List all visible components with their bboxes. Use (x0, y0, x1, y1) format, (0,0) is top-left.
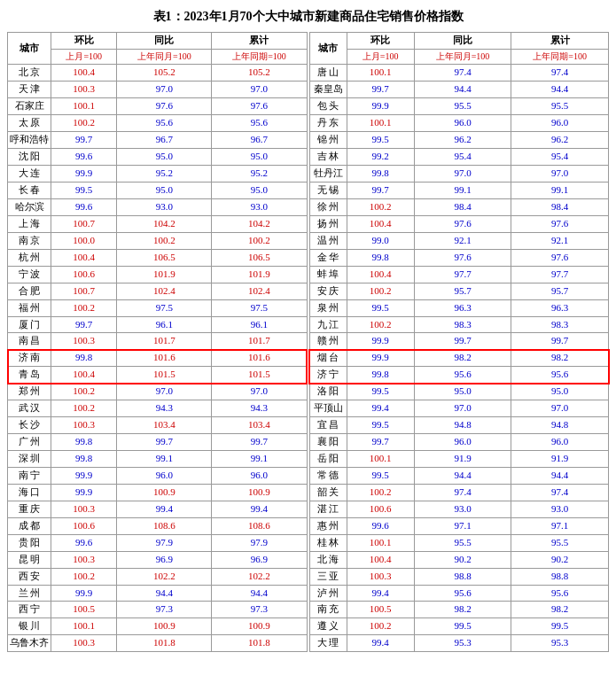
table-row: 广 州99.899.799.7 (8, 434, 308, 451)
tong-bi-value: 96.7 (117, 132, 212, 149)
huan-bi-value: 100.6 (347, 501, 414, 517)
city-name: 兰 州 (8, 585, 51, 602)
tong-bi-value: 95.5 (414, 98, 511, 115)
huan-bi-value: 99.5 (51, 183, 117, 199)
city-name: 唐 山 (309, 65, 347, 82)
tong-bi-value: 95.2 (117, 166, 212, 183)
tong-bi-value: 102.4 (117, 283, 212, 299)
lei-ji-value: 91.9 (511, 451, 609, 468)
lei-ji-value: 97.0 (511, 166, 609, 183)
tong-bi-value: 94.4 (414, 82, 511, 98)
city-name: 南 充 (309, 602, 347, 618)
left-hb-header: 环比 (51, 33, 117, 50)
tong-bi-value: 101.8 (117, 635, 212, 652)
tong-bi-value: 96.3 (414, 299, 511, 316)
city-name: 安 庆 (309, 283, 347, 299)
tong-bi-value: 97.5 (117, 299, 212, 316)
tong-bi-value: 96.0 (414, 115, 511, 132)
lei-ji-value: 100.9 (212, 484, 307, 501)
city-name: 包 头 (309, 98, 347, 115)
city-name: 深 圳 (8, 451, 51, 468)
lei-ji-value: 93.0 (212, 198, 307, 215)
huan-bi-value: 99.9 (51, 467, 117, 484)
table-row: 兰 州99.994.494.4 (8, 585, 308, 602)
city-name: 扬 州 (309, 215, 347, 232)
tong-bi-value: 99.7 (117, 434, 212, 451)
table-row: 深 圳99.899.199.1 (8, 451, 308, 468)
lei-ji-value: 103.4 (212, 417, 307, 434)
table-row: 烟 台99.998.298.2 (309, 350, 609, 367)
table-row: 西 宁100.597.397.3 (8, 602, 308, 618)
huan-bi-value: 100.2 (51, 299, 117, 316)
right-tb-header: 同比 (414, 33, 511, 50)
lei-ji-value: 99.7 (511, 333, 609, 350)
table-row: 沈 阳99.695.095.0 (8, 149, 308, 166)
huan-bi-value: 100.2 (51, 400, 117, 417)
huan-bi-value: 100.4 (51, 249, 117, 266)
city-name: 沈 阳 (8, 149, 51, 166)
huan-bi-value: 100.1 (347, 65, 414, 82)
table-row: 厦 门99.796.196.1 (8, 316, 308, 333)
city-name: 三 亚 (309, 568, 347, 585)
lei-ji-value: 100.2 (212, 232, 307, 249)
tong-bi-value: 98.8 (414, 568, 511, 585)
table-row: 遵 义100.299.599.5 (309, 618, 609, 635)
lei-ji-value: 94.4 (212, 585, 307, 602)
table-row: 昆 明100.396.996.9 (8, 551, 308, 568)
lei-ji-value: 93.0 (511, 501, 609, 517)
city-name: 泸 州 (309, 585, 347, 602)
huan-bi-value: 100.6 (51, 266, 117, 283)
huan-bi-value: 99.7 (347, 434, 414, 451)
lei-ji-value: 105.2 (212, 65, 307, 82)
table-row: 重 庆100.399.499.4 (8, 501, 308, 517)
left-tb-header: 同比 (117, 33, 212, 50)
lei-ji-value: 97.4 (511, 65, 609, 82)
lei-ji-value: 96.2 (511, 132, 609, 149)
city-name: 北 京 (8, 65, 51, 82)
city-name: 徐 州 (309, 198, 347, 215)
city-name: 秦皇岛 (309, 82, 347, 98)
huan-bi-value: 99.8 (347, 249, 414, 266)
huan-bi-value: 100.3 (51, 417, 117, 434)
huan-bi-value: 99.2 (347, 149, 414, 166)
table-row: 韶 关100.297.497.4 (309, 484, 609, 501)
table-row: 青 岛100.4101.5101.5 (8, 367, 308, 384)
lei-ji-value: 94.4 (511, 467, 609, 484)
tong-bi-value: 94.4 (117, 585, 212, 602)
tong-bi-value: 99.1 (414, 183, 511, 199)
huan-bi-value: 99.8 (347, 367, 414, 384)
table-row: 北 海100.490.290.2 (309, 551, 609, 568)
city-name: 韶 关 (309, 484, 347, 501)
tong-bi-value: 100.9 (117, 484, 212, 501)
city-name: 宜 昌 (309, 417, 347, 434)
left-hb-sub: 上月=100 (51, 49, 117, 65)
table-row: 秦皇岛99.794.494.4 (309, 82, 609, 98)
table-row: 南 昌100.3101.7101.7 (8, 333, 308, 350)
table-row: 温 州99.092.192.1 (309, 232, 609, 249)
tong-bi-value: 97.6 (414, 215, 511, 232)
huan-bi-value: 99.7 (347, 82, 414, 98)
tong-bi-value: 97.1 (414, 517, 511, 534)
tong-bi-value: 96.2 (414, 132, 511, 149)
city-name: 哈尔滨 (8, 198, 51, 215)
city-name: 南 昌 (8, 333, 51, 350)
lei-ji-value: 98.8 (511, 568, 609, 585)
lei-ji-value: 101.5 (212, 367, 307, 384)
right-hb-header: 环比 (347, 33, 414, 50)
huan-bi-value: 100.3 (347, 568, 414, 585)
lei-ji-value: 97.9 (212, 534, 307, 551)
huan-bi-value: 100.6 (51, 517, 117, 534)
city-name: 丹 东 (309, 115, 347, 132)
lei-ji-value: 97.0 (212, 82, 307, 98)
lei-ji-value: 95.5 (511, 98, 609, 115)
huan-bi-value: 100.5 (347, 602, 414, 618)
city-name: 杭 州 (8, 249, 51, 266)
huan-bi-value: 99.6 (51, 149, 117, 166)
huan-bi-value: 100.2 (347, 618, 414, 635)
table-row: 桂 林100.195.595.5 (309, 534, 609, 551)
tong-bi-value: 94.4 (414, 467, 511, 484)
huan-bi-value: 100.5 (51, 602, 117, 618)
lei-ji-value: 99.4 (212, 501, 307, 517)
table-row: 襄 阳99.796.096.0 (309, 434, 609, 451)
lei-ji-value: 95.4 (511, 149, 609, 166)
